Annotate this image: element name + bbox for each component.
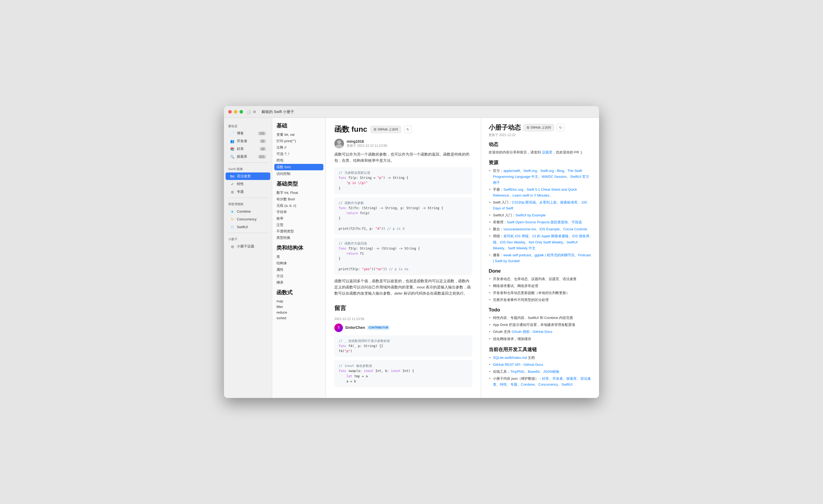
- item-struct[interactable]: 结构体: [277, 260, 321, 266]
- cs193p-link[interactable]: CS193p 斯坦福: [512, 200, 536, 204]
- sidebar-item-developers[interactable]: 👥 开发者 21: [225, 138, 270, 145]
- sqlite-link[interactable]: SQLite.swift/Index.md: [493, 356, 527, 360]
- sidebar-item-combine[interactable]: ◆ Combine: [225, 208, 270, 215]
- item-bool[interactable]: 布尔数 Bool: [277, 196, 321, 203]
- sidebar-item-library[interactable]: 📚 好库 10: [225, 145, 270, 153]
- list-item: 网络请求重试、网络异常处理: [489, 282, 592, 289]
- item-comment[interactable]: 注释 //: [277, 144, 321, 151]
- list-item: 开发者和仓库动态更新提醒（本地对比判断更新）: [489, 289, 592, 296]
- issues-link[interactable]: 议题里: [542, 150, 552, 154]
- swiftui-link[interactable]: SwiftUI: [561, 383, 572, 387]
- swift-weekly-cn-link[interactable]: Swift Weekly 中文: [508, 246, 535, 250]
- item-enum[interactable]: 枚举: [277, 215, 321, 222]
- item-access-control[interactable]: 访问控制: [277, 171, 321, 177]
- sidebar-item-label: 特性: [237, 182, 266, 186]
- item-filter[interactable]: filter: [277, 304, 321, 310]
- item-variables[interactable]: 变量 let, var: [277, 132, 321, 138]
- topics-link[interactable]: 专题: [510, 383, 517, 387]
- right-refresh-button[interactable]: ↻: [557, 124, 564, 131]
- comment-code-1: // _ 使函数调用时不显示参数标签 func f4(_ p: String) …: [334, 335, 472, 357]
- devs-link[interactable]: 开发者: [552, 376, 563, 381]
- wwdc-link[interactable]: WWDC Session: [542, 175, 566, 179]
- sidebar-item-topics[interactable]: ◎ 专题: [225, 188, 270, 196]
- list-item: 开发者动态、仓库动态、议题列表、议题页、语法速查: [489, 276, 592, 282]
- oauth-link[interactable]: OAuth 授权 - GitHub Docs: [512, 330, 552, 334]
- ggtalk-link[interactable]: ggtalk | 程序员的闲聊节目: [534, 253, 574, 257]
- update-date: 更新于 2021-12-22: [489, 133, 592, 138]
- item-tuple[interactable]: 元组 (a, b, c): [277, 203, 321, 209]
- refresh-button[interactable]: ↻: [404, 125, 412, 133]
- good-lib-link[interactable]: 好库: [542, 376, 549, 381]
- item-func[interactable]: 函数 func: [274, 164, 323, 170]
- explore-link[interactable]: 探索库: [566, 376, 577, 381]
- tools-list: SQLite.swift/Index.md 文档 GitHub REST API…: [489, 354, 592, 388]
- close-button[interactable]: [228, 110, 232, 113]
- swiftdoc-link[interactable]: SwiftDoc.org: [503, 188, 523, 192]
- learn-swift-link[interactable]: Learn swift in Y Minutes: [512, 193, 549, 197]
- item-print[interactable]: 打印 print(""): [277, 138, 321, 144]
- tinypng-link[interactable]: TinyPNG: [510, 369, 524, 373]
- sidebar-item-blogger[interactable]: 📄 博客 131: [225, 130, 270, 137]
- swiftorg-link[interactable]: Swift.org: [523, 169, 537, 173]
- json-link[interactable]: JSON校验: [543, 369, 559, 373]
- item-number[interactable]: 数字 Int, Float: [277, 190, 321, 196]
- divider: [227, 163, 269, 163]
- ios-example-link[interactable]: iOS Example: [539, 227, 560, 231]
- swift-opensource-link[interactable]: Swift Open-Source Projects 跟踪更新快、可筛选: [507, 220, 582, 224]
- sidebar-item-features[interactable]: ✓ 特性: [225, 180, 270, 188]
- stdlib-link[interactable]: 探索标准库: [560, 200, 578, 204]
- done-list: 开发者动态、仓库动态、议题列表、议题页、语法速查 网络请求重试、网络异常处理 开…: [489, 276, 592, 303]
- combine-link[interactable]: Combine: [521, 383, 535, 387]
- apple-swift-link[interactable]: apple/swift: [503, 169, 520, 173]
- developers-badge: 21: [260, 139, 266, 143]
- swiftui-icon: □: [230, 224, 235, 229]
- item-sorted[interactable]: sorted: [277, 315, 321, 321]
- maximize-button[interactable]: [239, 110, 243, 113]
- item-class[interactable]: 类: [277, 254, 321, 260]
- item-type-cast[interactable]: 类型转换: [277, 235, 321, 241]
- concurrency-link[interactable]: Concurrency: [538, 383, 558, 387]
- sidebar-item-label: 专题: [237, 189, 266, 194]
- zero-launch-link[interactable]: 从零到上架: [539, 200, 557, 204]
- author-date: 更新于 2021-12-12 11:13:56: [347, 144, 387, 148]
- features-link[interactable]: 特性: [500, 383, 507, 387]
- sidebar-item-booklet-issues[interactable]: ◎ 小册子议题: [225, 243, 270, 250]
- item-optional[interactable]: 可选 ?, !: [277, 151, 321, 157]
- filter-icon[interactable]: ⚙: [253, 110, 256, 114]
- item-method[interactable]: 方法: [277, 273, 321, 279]
- swiftui-example-link[interactable]: SwiftUI by Example: [515, 213, 546, 217]
- sidebar-toggle-icon[interactable]: ⬜: [246, 110, 251, 114]
- item-closure[interactable]: 闭包: [277, 157, 321, 164]
- vsouza-link[interactable]: vsouza/awesome-ios: [503, 227, 536, 231]
- base64-link[interactable]: Base64: [528, 369, 539, 373]
- sidebar-item-syntax[interactable]: f(x) 语法速查: [225, 173, 270, 180]
- list-item: SwiftUI 入门：SwiftUI by Example: [489, 212, 592, 219]
- minimize-button[interactable]: [234, 110, 237, 113]
- right-panel: 小册子动态 在 GitHub 上访问 ↻ 更新于 2021-12-22 动态 欢…: [481, 118, 599, 398]
- item-opaque[interactable]: 不透明类型: [277, 228, 321, 235]
- right-title: 小册子动态: [489, 123, 521, 132]
- divider: [227, 233, 269, 233]
- weak-self-link[interactable]: weak self podcast: [503, 253, 531, 257]
- item-inherit[interactable]: 继承: [277, 279, 321, 286]
- sidebar-item-explore[interactable]: 🔍 探索库 211: [225, 153, 270, 161]
- github-rest-link[interactable]: GitHub REST API - GitHub Docs: [493, 362, 543, 366]
- sidebar-item-label: 博客: [237, 131, 258, 136]
- new-activity-label: 新动态: [224, 122, 272, 130]
- item-map[interactable]: map: [277, 298, 321, 304]
- item-reduce[interactable]: reduce: [277, 310, 321, 315]
- right-github-button[interactable]: 在 GitHub 上访问: [523, 124, 554, 131]
- github-visit-button[interactable]: 在 GitHub 上访问: [370, 126, 401, 133]
- sidebar-item-swiftui[interactable]: □ SwiftUI: [225, 223, 270, 231]
- comment-author: SinterChen: [345, 324, 365, 331]
- apple-dev-link[interactable]: 13 的 Apple 開發者週報: [532, 234, 569, 238]
- cocoa-controls-link[interactable]: Cocoa Controls: [563, 227, 587, 231]
- not-only-link[interactable]: Not Only Swift Weekly: [529, 240, 563, 244]
- swiftblog-link[interactable]: Swift.org - Blog: [540, 169, 564, 173]
- item-generic[interactable]: 泛型: [277, 222, 321, 228]
- ios-weekly-link[interactable]: 老司机 iOS 周报: [503, 234, 529, 238]
- ios-dev-weekly-link[interactable]: iOS Dev Weekly: [500, 240, 525, 244]
- sidebar-item-concurrency[interactable]: ↻ Concurrency: [225, 215, 270, 223]
- item-string[interactable]: 字符串: [277, 209, 321, 215]
- item-property[interactable]: 属性: [277, 266, 321, 273]
